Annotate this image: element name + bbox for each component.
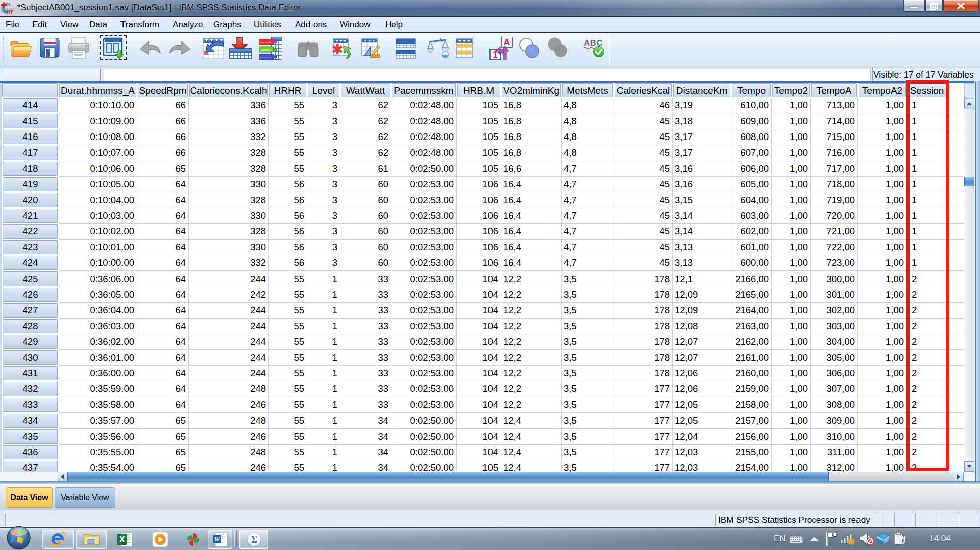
- svg-text:X: X: [119, 535, 125, 544]
- svg-text:ABC: ABC: [584, 38, 603, 48]
- svg-text:W: W: [214, 535, 221, 543]
- svg-text:A: A: [504, 37, 510, 47]
- svg-text:Σ: Σ: [251, 534, 257, 545]
